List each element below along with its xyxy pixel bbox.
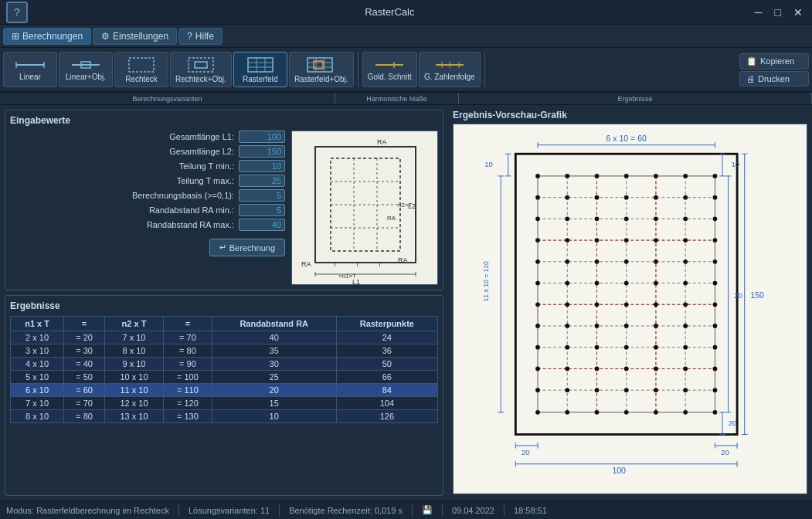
field-randabstand-max[interactable] [239, 219, 285, 231]
table-row[interactable]: 5 x 10= 5010 x 10= 1002566 [11, 371, 438, 384]
left-panel: Eingabewerte Gesamtlänge L1: Gesamtlänge… [0, 105, 448, 500]
label-randabstand-max: Randabstand RA max.: [10, 220, 239, 229]
input-row-4: Berechnungsbasis (>=0,1): [10, 189, 285, 202]
svg-point-75 [535, 324, 540, 328]
close-button[interactable]: ✕ [790, 6, 806, 19]
cell-6-0: 8 x 10 [11, 410, 64, 423]
toolbar-sep-2 [484, 52, 485, 87]
tool-zahlenfolge[interactable]: G. Zahlenfolge [419, 52, 481, 87]
tool-gold-schnitt[interactable]: Gold. Schnitt [362, 52, 417, 87]
svg-point-137 [683, 367, 688, 371]
cell-0-3: = 70 [164, 331, 212, 344]
tool-rasterfeld[interactable]: Rasterfeld [233, 52, 287, 87]
input-row-1: Gesamtlänge L2: [10, 145, 285, 158]
drucken-button[interactable]: 🖨 Drucken [739, 71, 809, 86]
menu-hilfe[interactable]: ? Hilfe [178, 28, 223, 45]
svg-text:T: T [333, 261, 337, 268]
field-berechnungsbasis[interactable] [239, 189, 285, 202]
svg-point-121 [654, 281, 658, 286]
berechnung-button[interactable]: ↵ Berechnung [209, 239, 285, 256]
svg-point-87 [565, 324, 569, 328]
cell-5-0: 7 x 10 [11, 397, 64, 410]
cell-4-1: = 60 [64, 384, 105, 397]
svg-point-94 [595, 217, 600, 222]
rechteck-icon [126, 56, 157, 73]
svg-rect-47 [538, 176, 715, 412]
label-berechnungsvarianten: Berechnungsvarianten [0, 93, 335, 104]
svg-point-116 [654, 174, 658, 178]
cell-3-5: 66 [336, 371, 437, 384]
hilfe-icon: ? [187, 31, 192, 42]
einstellungen-icon: ⚙ [101, 31, 110, 42]
cell-4-0: 6 x 10 [11, 384, 64, 397]
toolbar: Linear Linear+Obj. Rechteck Rechteck+Obj… [0, 48, 812, 93]
cell-2-4: 30 [212, 358, 336, 371]
svg-point-150 [713, 388, 718, 392]
table-row[interactable]: 3 x 10= 308 x 10= 803536 [11, 344, 438, 358]
tool-linear[interactable]: Linear [3, 52, 57, 87]
svg-text:L1: L1 [352, 278, 360, 285]
field-randabstand-min[interactable] [239, 204, 285, 216]
rasterfeld-icon [245, 56, 276, 73]
svg-point-73 [535, 281, 540, 286]
svg-point-145 [713, 281, 718, 286]
svg-point-131 [683, 238, 688, 243]
table-row[interactable]: 2 x 10= 207 x 10= 704024 [11, 331, 438, 344]
field-gesamtlaenge-l2[interactable] [239, 145, 285, 158]
drucken-icon: 🖨 [746, 74, 755, 83]
tool-rasterfeld-obj[interactable]: Rasterfeld+Obj. [289, 52, 354, 87]
svg-point-106 [624, 217, 629, 222]
menu-berechnungen[interactable]: ⊞ Berechnungen [3, 28, 91, 45]
svg-point-140 [713, 174, 718, 178]
svg-point-133 [683, 281, 688, 286]
kopieren-button[interactable]: 📋 Kopieren [739, 53, 809, 70]
svg-point-130 [683, 217, 688, 222]
status-date: 09.04.2022 [452, 506, 494, 515]
results-tbody: 2 x 10= 207 x 10= 7040243 x 10= 308 x 10… [11, 331, 438, 423]
label-ergebnisse: Ergebnisse [459, 93, 812, 104]
table-row[interactable]: 6 x 10= 6011 x 10= 1102084 [11, 384, 438, 397]
svg-rect-7 [195, 62, 207, 68]
svg-point-71 [535, 238, 540, 243]
status-sep-1 [178, 504, 179, 517]
status-modus: Modus: Rasterfeldberechnung im Rechteck [6, 506, 169, 515]
input-row-5: Randabstand RA min.: [10, 204, 285, 216]
svg-point-80 [565, 174, 569, 178]
svg-text:RA: RA [301, 260, 311, 268]
table-row[interactable]: 8 x 10= 8013 x 10= 13010126 [11, 410, 438, 423]
svg-point-132 [683, 260, 688, 264]
svg-point-107 [624, 238, 629, 243]
svg-point-79 [535, 410, 540, 415]
menu-einstellungen[interactable]: ⚙ Einstellungen [93, 28, 177, 45]
svg-point-76 [535, 345, 540, 350]
svg-point-124 [654, 345, 658, 350]
table-row[interactable]: 7 x 10= 7012 x 10= 12015104 [11, 397, 438, 410]
svg-point-74 [535, 302, 540, 307]
col-n2xt: n2 x T [104, 317, 163, 331]
field-teilung-min[interactable] [239, 160, 285, 172]
field-gesamtlaenge-l1[interactable] [239, 131, 285, 143]
svg-point-105 [624, 195, 629, 200]
svg-point-83 [565, 238, 569, 243]
svg-text:T: T [355, 261, 359, 268]
status-sep-5 [504, 504, 505, 517]
cell-5-3: = 120 [164, 397, 212, 410]
diagram-area: RA L2 n2×T RA RA RA T T T =n1×T [291, 131, 438, 285]
tool-rechteck-obj[interactable]: Rechteck+Obj. [170, 52, 232, 87]
svg-text:100: 100 [612, 466, 626, 475]
table-row[interactable]: 4 x 10= 409 x 10= 903050 [11, 358, 438, 371]
svg-point-102 [595, 388, 600, 392]
svg-point-88 [565, 345, 569, 350]
tool-rechteck[interactable]: Rechteck [114, 52, 168, 87]
field-teilung-max[interactable] [239, 175, 285, 187]
calc-icon: ↵ [219, 243, 226, 253]
label-berechnungsbasis: Berechnungsbasis (>=0,1): [10, 191, 239, 200]
svg-point-99 [595, 324, 600, 328]
tool-linear-obj[interactable]: Linear+Obj. [59, 52, 113, 87]
maximize-button[interactable]: □ [772, 6, 784, 19]
cell-3-1: = 50 [64, 371, 105, 384]
cell-5-2: 12 x 10 [104, 397, 163, 410]
minimize-button[interactable]: ─ [752, 6, 766, 19]
right-panel: Ergebnis-Vorschau-Grafik [448, 105, 812, 500]
toolbar-sep-1 [358, 52, 358, 87]
